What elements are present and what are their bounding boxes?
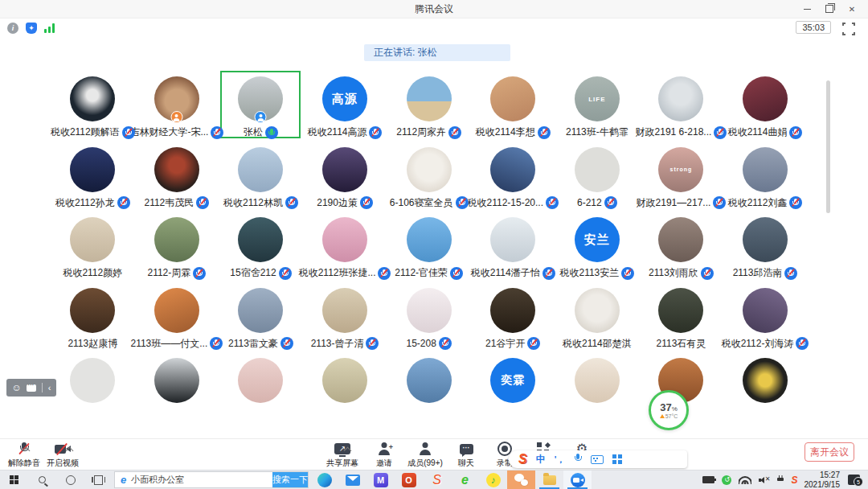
participant-name: 21谷宇开 <box>485 337 525 351</box>
participant-tile[interactable]: 税收2112孙龙 <box>51 142 135 212</box>
quick-chat-icon[interactable] <box>27 384 36 392</box>
participant-tile[interactable]: 税收2112顾解语 <box>51 71 135 142</box>
participant-tile[interactable]: 6-212 <box>555 142 640 212</box>
participant-tile[interactable]: 2112韦茂民 <box>135 142 219 212</box>
search-input-text[interactable]: 小面积办公室 <box>131 474 272 486</box>
participant-tile[interactable]: strong财政2191—217... <box>639 142 723 212</box>
participant-tile[interactable]: 税收2114李想 <box>471 71 555 142</box>
close-button[interactable]: ✕ <box>841 0 863 18</box>
participant-tile[interactable]: 税收2114邵楚淇 <box>555 282 640 353</box>
participant-tile[interactable]: 21谷宇开 <box>471 282 555 353</box>
share-screen-button[interactable]: ↗ 共享屏幕 <box>320 442 365 469</box>
start-video-button[interactable]: 开启视频 <box>43 442 82 469</box>
participant-tile[interactable]: 2113赵康博 <box>51 282 135 353</box>
participant-tile[interactable]: 2112-周霖 <box>135 212 219 282</box>
taskbar-explorer[interactable] <box>535 471 563 489</box>
network-signal-icon[interactable] <box>44 23 55 33</box>
participant-tile[interactable]: 奕霖 <box>471 352 555 423</box>
participant-tile[interactable]: LIFE2113班-牛鹤霏 <box>555 71 640 142</box>
participant-tile[interactable]: 15-208 <box>387 282 471 353</box>
participant-tile[interactable] <box>51 352 135 423</box>
avatar <box>238 358 283 403</box>
meeting-info-icon[interactable]: i <box>7 23 18 34</box>
taskbar-app-m[interactable]: M <box>366 471 395 489</box>
participant-tile[interactable]: 2113-曾子清 <box>303 282 387 353</box>
emoji-reaction-icon[interactable]: ☺ <box>12 383 22 392</box>
sogou-logo-icon[interactable]: S <box>518 453 527 466</box>
participant-tile[interactable]: 税收2114潘子怡 <box>471 212 555 282</box>
participant-tile[interactable]: 2112周家卉 <box>387 71 471 142</box>
participant-tile[interactable]: 2190边策 <box>303 142 387 212</box>
sogou-tray-icon[interactable]: S <box>791 475 797 486</box>
taskbar-tencent-meeting[interactable] <box>563 471 592 489</box>
taskbar-wechat[interactable] <box>507 471 535 489</box>
participant-tile[interactable]: 财政2191 6-218... <box>639 71 723 142</box>
taskbar-office[interactable]: O <box>395 471 423 489</box>
members-button[interactable]: 成员(99+) <box>403 442 447 469</box>
participant-tile[interactable]: 税收2112林凯 <box>219 142 303 212</box>
chat-button[interactable]: ··· 聊天 <box>447 442 485 469</box>
fullscreen-icon[interactable] <box>842 23 855 35</box>
ime-voice-icon[interactable] <box>574 454 582 465</box>
participant-tile[interactable]: 2113刘雨欣 <box>639 212 723 282</box>
volume-muted-icon[interactable]: ✕ <box>759 476 770 484</box>
minimize-button[interactable] <box>796 0 818 18</box>
taskbar-search-button[interactable] <box>28 471 56 489</box>
participant-tile[interactable]: 2113石有灵 <box>639 282 723 353</box>
wifi-icon[interactable] <box>739 476 751 484</box>
leave-meeting-button[interactable]: 离开会议 <box>805 442 854 462</box>
participant-tile[interactable]: 2112-官佳荣 <box>387 212 471 282</box>
audio-device-icon[interactable] <box>777 475 784 484</box>
avatar <box>407 217 452 262</box>
participant-tile[interactable] <box>303 352 387 423</box>
participant-tile[interactable] <box>219 352 303 423</box>
invite-button[interactable]: + 邀请 <box>365 442 403 469</box>
task-view-button[interactable] <box>84 471 113 489</box>
participant-tile[interactable]: 税收2112-15-20... <box>471 142 555 212</box>
ime-toolbox-icon[interactable] <box>612 454 623 465</box>
participant-tile[interactable]: 税收2114曲娟 <box>723 71 808 142</box>
unmute-button[interactable]: 解除静音 <box>5 442 43 469</box>
taskbar-edge[interactable] <box>310 471 338 489</box>
participant-tile[interactable]: 15宿舍212 <box>219 212 303 282</box>
action-center-button[interactable]: 5 <box>848 475 860 485</box>
avatar <box>322 288 367 333</box>
start-button[interactable] <box>0 471 28 489</box>
participant-tile[interactable] <box>387 352 471 423</box>
participant-tile[interactable]: 税收2112-刘海涛 <box>723 282 808 353</box>
search-go-button[interactable]: 搜索一下 <box>272 472 308 487</box>
participant-tile[interactable]: 税收2112班张捷... <box>303 212 387 282</box>
antivirus-tray-icon[interactable]: ↺ <box>722 475 731 485</box>
ime-language-toggle[interactable]: 中 <box>536 453 546 466</box>
participant-tile[interactable]: 税收2112颜婷 <box>51 212 135 282</box>
collapse-chevron-icon[interactable]: ‹ <box>48 383 51 392</box>
taskbar-qq-music[interactable]: ♪ <box>479 471 507 489</box>
taskbar-mail[interactable] <box>338 471 366 489</box>
participant-tile[interactable]: 税收2112刘鑫 <box>723 142 808 212</box>
security-shield-icon[interactable]: ✦ <box>26 23 37 34</box>
battery-widget[interactable]: 37% 57°C <box>649 390 689 430</box>
participant-tile[interactable]: 吉林财经大学-宋... <box>135 71 219 142</box>
participant-tile[interactable] <box>723 352 808 423</box>
participant-tile[interactable]: 2113班——付文... <box>135 282 219 353</box>
avatar <box>238 147 283 192</box>
grid-scrollbar[interactable] <box>826 80 830 213</box>
taskbar-clock[interactable]: 15:27 2021/9/15 <box>805 471 841 489</box>
mic-muted-icon <box>117 196 130 209</box>
taskbar-search-box[interactable]: e 小面积办公室 搜索一下 <box>114 471 309 488</box>
participant-tile[interactable]: 6-106寝室全员 <box>387 142 471 212</box>
ime-punctuation-toggle[interactable]: '， <box>555 454 566 466</box>
taskbar-sogou-browser[interactable]: e <box>451 471 479 489</box>
participant-tile[interactable] <box>555 352 640 423</box>
participant-tile[interactable]: 2113邱浩南 <box>723 212 808 282</box>
participant-tile[interactable] <box>135 352 219 423</box>
restore-button[interactable] <box>818 0 841 18</box>
participant-tile[interactable]: 张松 <box>219 71 303 142</box>
participant-tile[interactable]: 高源税收2114高源 <box>303 71 387 142</box>
participant-tile[interactable]: 安兰税收2113安兰 <box>555 212 640 282</box>
participant-tile[interactable]: 2113雷文豪 <box>219 282 303 353</box>
ime-keyboard-icon[interactable] <box>591 455 604 464</box>
taskbar-sogou[interactable]: S <box>423 471 451 489</box>
tablet-battery-icon[interactable] <box>702 476 714 483</box>
cortana-button[interactable] <box>56 471 84 489</box>
